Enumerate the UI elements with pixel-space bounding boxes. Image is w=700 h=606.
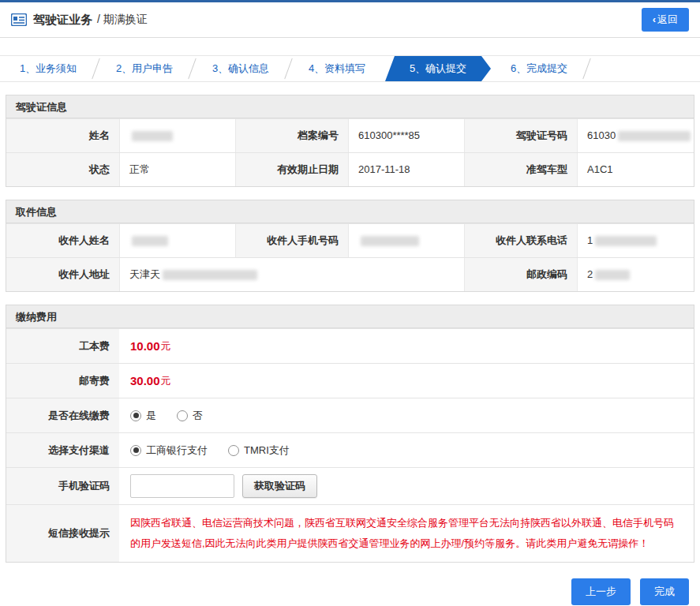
radio-online-pay-no[interactable]: 否 [177, 409, 203, 423]
vehicle-class-label: 准驾车型 [464, 153, 577, 186]
postage-fee-value: 30.00元 [119, 364, 694, 398]
production-fee-label: 工本费 [6, 329, 119, 363]
get-captcha-button[interactable]: 获取验证码 [242, 474, 317, 498]
step-navigation: 1、业务须知 2、用户申告 3、确认信息 4、资料填写 5、确认提交 6、完成提… [0, 55, 700, 82]
production-fee-amount: 10.00 [130, 339, 160, 353]
redacted-recipient-mobile [361, 236, 419, 246]
radio-selected-icon [130, 445, 141, 456]
postcode-prefix: 2 [587, 268, 593, 280]
recipient-phone-prefix: 1 [587, 234, 593, 246]
back-button-label: 返回 [657, 13, 678, 25]
postcode-label: 邮政编码 [464, 258, 577, 291]
finish-button[interactable]: 完成 [640, 578, 689, 605]
redacted-recipient-name [132, 236, 168, 246]
sms-notice-label: 短信接收提示 [6, 505, 119, 562]
production-fee-row: 工本费 10.00元 [6, 328, 694, 363]
redacted-address [163, 270, 257, 280]
breadcrumb-current: / 期满换证 [97, 13, 148, 27]
name-label: 姓名 [6, 119, 119, 152]
radio-tmri-label: TMRI支付 [244, 443, 290, 458]
redacted-license-number [618, 131, 691, 141]
step-6-complete-submit[interactable]: 6、完成提交 [491, 56, 587, 81]
step-2-user-declaration[interactable]: 2、用户申告 [96, 56, 193, 81]
payment-channel-options: 工商银行支付 TMRI支付 [119, 433, 694, 467]
address-value: 天津天 [119, 258, 464, 291]
radio-yes-label: 是 [146, 409, 156, 423]
status-label: 状态 [6, 153, 119, 186]
recipient-name-value [119, 224, 235, 257]
back-chevron-icon: ‹ [653, 13, 656, 25]
page-title: 驾驶证业务 [33, 13, 92, 28]
online-pay-label: 是否在线缴费 [6, 398, 119, 432]
redacted-recipient-phone [595, 236, 657, 246]
table-row: 姓名 档案编号 610300****85 驾驶证号码 61030 [6, 118, 694, 152]
step-4-fill-in-data[interactable]: 4、资料填写 [289, 56, 385, 81]
radio-online-pay-yes[interactable]: 是 [130, 409, 156, 423]
online-pay-options: 是 否 [119, 398, 694, 432]
radio-channel-tmri[interactable]: TMRI支付 [228, 443, 290, 458]
postage-fee-row: 邮寄费 30.00元 [6, 363, 694, 398]
production-fee-value: 10.00元 [119, 329, 694, 363]
postage-fee-label: 邮寄费 [6, 364, 119, 398]
license-number-value: 61030 [577, 119, 694, 152]
postage-fee-unit: 元 [161, 374, 171, 388]
table-row: 收件人地址 天津天 邮政编码 2 [6, 257, 694, 291]
recipient-mobile-value [348, 224, 464, 257]
radio-unselected-icon [177, 410, 188, 421]
license-section-title: 驾驶证信息 [6, 95, 694, 118]
license-number-label: 驾驶证号码 [464, 119, 577, 152]
captcha-label: 手机验证码 [6, 468, 119, 504]
license-info-section: 驾驶证信息 姓名 档案编号 610300****85 驾驶证号码 61030 状… [6, 95, 694, 187]
radio-unselected-icon [228, 445, 239, 456]
expiry-date-value: 2017-11-18 [348, 153, 464, 186]
payment-channel-label: 选择支付渠道 [6, 433, 119, 467]
table-row: 状态 正常 有效期止日期 2017-11-18 准驾车型 A1C1 [6, 152, 694, 186]
address-label: 收件人地址 [6, 258, 119, 291]
recipient-phone-value: 1 [577, 224, 694, 257]
postage-fee-amount: 30.00 [130, 374, 160, 387]
vehicle-class-value: A1C1 [577, 153, 694, 186]
fees-section-title: 缴纳费用 [6, 305, 694, 328]
file-number-label: 档案编号 [235, 119, 348, 152]
radio-selected-icon [130, 410, 141, 421]
radio-channel-icbc[interactable]: 工商银行支付 [130, 443, 208, 458]
recipient-name-label: 收件人姓名 [6, 224, 119, 257]
file-number-value: 610300****85 [348, 119, 464, 152]
expiry-date-label: 有效期止日期 [235, 153, 348, 186]
back-button[interactable]: ‹返回 [642, 8, 689, 32]
sms-notice-row: 短信接收提示 因陕西省联通、电信运营商技术问题，陕西省互联网交通安全综合服务管理… [6, 504, 694, 562]
recipient-phone-label: 收件人联系电话 [464, 224, 577, 257]
captcha-row: 手机验证码 获取验证码 [6, 467, 694, 504]
redacted-name [132, 131, 173, 141]
license-number-prefix: 61030 [587, 129, 616, 141]
status-value: 正常 [119, 153, 235, 186]
pickup-section-title: 取件信息 [6, 200, 694, 223]
fees-section: 缴纳费用 工本费 10.00元 邮寄费 30.00元 是否在线缴费 是 否 选择… [6, 305, 694, 563]
online-pay-row: 是否在线缴费 是 否 [6, 398, 694, 432]
redacted-postcode [595, 270, 630, 280]
captcha-input[interactable] [130, 474, 234, 498]
sms-notice-text: 因陕西省联通、电信运营商技术问题，陕西省互联网交通安全综合服务管理平台无法向持陕… [119, 505, 694, 562]
bottom-actions: 上一步 完成 [0, 563, 700, 606]
payment-channel-row: 选择支付渠道 工商银行支付 TMRI支付 [6, 432, 694, 467]
pickup-info-section: 取件信息 收件人姓名 收件人手机号码 收件人联系电话 1 收件人地址 天津天 邮… [6, 200, 694, 292]
captcha-controls: 获取验证码 [119, 468, 694, 504]
radio-icbc-label: 工商银行支付 [146, 443, 208, 458]
step-1-business-notice[interactable]: 1、业务须知 [0, 56, 96, 81]
page-header: 驾驶证业务 / 期满换证 ‹返回 [0, 2, 700, 38]
recipient-mobile-label: 收件人手机号码 [235, 224, 348, 257]
table-row: 收件人姓名 收件人手机号码 收件人联系电话 1 [6, 223, 694, 257]
postcode-value: 2 [577, 258, 694, 291]
production-fee-unit: 元 [161, 339, 171, 354]
license-business-icon [11, 13, 27, 26]
address-prefix: 天津天 [129, 268, 160, 280]
name-value [119, 119, 235, 152]
previous-step-button[interactable]: 上一步 [571, 578, 631, 605]
radio-no-label: 否 [193, 409, 203, 423]
step-5-confirm-submit[interactable]: 5、确认提交 [385, 56, 491, 81]
step-3-confirm-info[interactable]: 3、确认信息 [193, 56, 289, 81]
